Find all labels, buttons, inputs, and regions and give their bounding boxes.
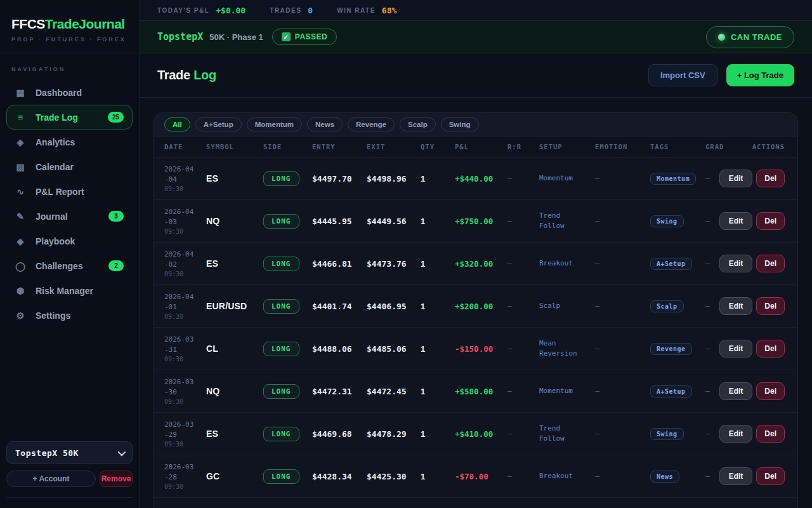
cell-setup: Breakout [539, 258, 579, 269]
pencil-icon: ✎ [15, 211, 25, 222]
column-header-r-r: R:R [508, 143, 539, 150]
edit-button[interactable]: Edit [719, 297, 753, 315]
cell-actions: EditDel [723, 382, 785, 400]
side-badge: LONG [263, 427, 299, 441]
cell-symbol: NQ [206, 216, 263, 226]
sidebar-item-label: Risk Manager [36, 286, 93, 296]
cell-actions: EditDel [723, 340, 785, 358]
cell-pnl: +$200.00 [455, 302, 508, 311]
delete-button[interactable]: Del [756, 382, 785, 400]
column-header-setup: SETUP [539, 143, 595, 150]
sidebar-item-calendar[interactable]: ▨Calendar [6, 154, 133, 179]
side-badge: LONG [263, 171, 299, 186]
page-title-main: Trade [157, 68, 190, 82]
filter-chip-scalp[interactable]: Scalp [400, 117, 436, 131]
sidebar-item-settings[interactable]: ⚙Settings [6, 303, 133, 328]
cell-exit: $4472.45 [367, 387, 421, 396]
page-header: Trade Log Import CSV + Log Trade [140, 53, 812, 98]
sidebar-item-analytics[interactable]: ◈Analytics [6, 130, 133, 154]
filter-chip-a-setup[interactable]: A+Setup [195, 117, 242, 131]
passed-badge: ✓ PASSED [272, 29, 337, 45]
delete-button[interactable]: Del [756, 340, 785, 358]
cell-actions: EditDel [723, 297, 785, 315]
cell-tags: News [650, 470, 705, 483]
remove-account-button[interactable]: Remove [100, 471, 133, 487]
stat-label: TRADES [270, 7, 301, 14]
delete-button[interactable]: Del [756, 425, 785, 443]
side-badge: LONG [263, 384, 299, 399]
delete-button[interactable]: Del [756, 467, 785, 485]
import-csv-button[interactable]: Import CSV [648, 64, 717, 86]
cell-pnl: +$440.00 [455, 174, 508, 184]
sidebar-item-challenges[interactable]: ◯Challenges2 [6, 253, 133, 278]
account-select-value: TopstepX 50K [15, 448, 79, 458]
sidebar-item-dashboard[interactable]: ▦Dashboard [6, 80, 133, 105]
sidebar-item-label: Settings [36, 311, 70, 321]
cell-rr: – [508, 344, 539, 353]
edit-button[interactable]: Edit [719, 170, 753, 187]
side-badge: LONG [263, 299, 299, 314]
cell-date: 2026-04-0309:30 [164, 207, 206, 236]
filter-chip-bar: AllA+SetupMomentumNewsRevengeScalpSwing [154, 113, 797, 137]
filter-chip-all[interactable]: All [164, 117, 190, 131]
edit-button[interactable]: Edit [719, 212, 753, 230]
cell-setup: Mean Reversion [539, 338, 579, 359]
log-trade-button[interactable]: + Log Trade [726, 64, 794, 86]
calendar-icon: ▨ [15, 162, 25, 172]
cell-entry: $4469.68 [312, 429, 367, 439]
sidebar-item-label: Journal [36, 211, 68, 222]
brand-bold: FFCS [11, 17, 45, 31]
cell-tags: Swing [650, 215, 705, 227]
cell-entry: $4445.95 [312, 217, 367, 226]
trade-date: 2026-03-31 [164, 335, 196, 355]
sidebar-item-playbook[interactable]: ◆Playbook [6, 229, 133, 253]
cell-actions: EditDel [723, 170, 785, 187]
cell-symbol: GC [206, 471, 263, 481]
cell-rr: – [508, 302, 539, 311]
edit-button[interactable]: Edit [719, 425, 753, 443]
delete-button[interactable]: Del [756, 212, 785, 230]
cell-tags: A+Setup [650, 385, 705, 398]
cell-setup: Momentum [539, 173, 579, 184]
cell-actions: EditDel [723, 255, 785, 272]
cell-pnl: -$70.00 [455, 472, 508, 481]
filter-chip-revenge[interactable]: Revenge [348, 117, 395, 131]
edit-button[interactable]: Edit [719, 340, 753, 358]
sidebar-item-p-l-report[interactable]: ∿P&L Report [6, 179, 133, 204]
cell-rr: – [508, 387, 539, 396]
tag-badge: Revenge [650, 343, 692, 355]
nav-badge: 2 [108, 260, 124, 271]
account-select[interactable]: TopstepX 50K [6, 441, 133, 464]
stat-value: 68% [382, 6, 396, 15]
add-account-button[interactable]: + Account [6, 471, 96, 487]
trade-date: 2026-04-01 [164, 292, 196, 312]
delete-button[interactable]: Del [756, 297, 785, 315]
cell-setup: Momentum [539, 386, 579, 396]
trade-time: 09:30 [164, 356, 206, 363]
tag-badge: Swing [650, 428, 684, 440]
grid-icon: ▦ [15, 88, 25, 98]
cell-tags: Scalp [650, 300, 705, 312]
sidebar-item-journal[interactable]: ✎Journal3 [6, 204, 133, 229]
table-body: 2026-04-0409:30ESLONG$4497.70$4498.961+$… [154, 157, 797, 508]
cell-symbol: ES [206, 429, 263, 439]
filter-chip-news[interactable]: News [307, 117, 343, 131]
filter-chip-momentum[interactable]: Momentum [247, 117, 302, 131]
cell-exit: $4485.06 [367, 344, 421, 354]
column-header-entry: ENTRY [312, 143, 367, 150]
check-icon: ✓ [282, 32, 291, 41]
filter-chip-swing[interactable]: Swing [441, 117, 479, 131]
edit-button[interactable]: Edit [719, 255, 753, 272]
sidebar-item-trade-log[interactable]: ≡Trade Log25 [6, 105, 133, 130]
column-header-actions: ACTIONS [723, 143, 785, 150]
delete-button[interactable]: Del [756, 255, 785, 272]
can-trade-button[interactable]: CAN TRADE [706, 26, 794, 48]
delete-button[interactable]: Del [756, 170, 785, 187]
stat-label: TODAY'S P&L [157, 7, 209, 14]
cell-date: 2026-04-0209:30 [164, 250, 206, 278]
cell-exit: $4425.30 [367, 472, 421, 481]
edit-button[interactable]: Edit [719, 382, 753, 400]
sidebar-item-risk-manager[interactable]: ⬢Risk Manager [6, 278, 133, 303]
edit-button[interactable]: Edit [719, 467, 753, 485]
cell-date: 2026-03-2909:30 [164, 420, 206, 448]
